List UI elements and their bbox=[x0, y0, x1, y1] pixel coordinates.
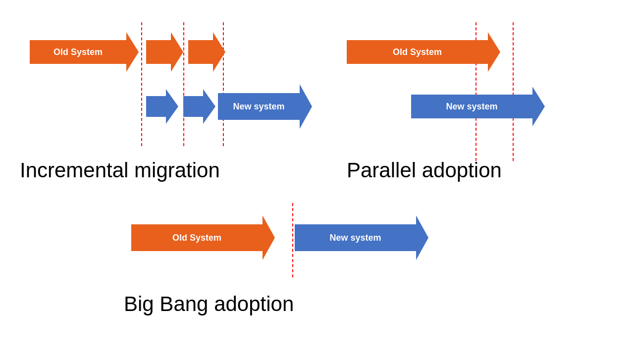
inc-dashed-line-3 bbox=[223, 22, 224, 146]
bigbang-old-system-arrow: Old System bbox=[131, 215, 275, 260]
parallel-new-system-arrow: New system bbox=[411, 87, 545, 126]
par-dashed-line-2 bbox=[513, 22, 514, 161]
bigbang-new-system-arrow: New system bbox=[295, 215, 428, 260]
bb-dashed-line-1 bbox=[292, 203, 293, 277]
incremental-old-system-arrow: Old System bbox=[30, 32, 139, 72]
incremental-small-blue-2 bbox=[183, 89, 215, 124]
parallel-new-system-label: New system bbox=[446, 102, 510, 112]
bigbang-old-system-label: Old System bbox=[172, 233, 234, 243]
parallel-old-system-arrow: Old System bbox=[347, 32, 500, 72]
incremental-small-blue-1 bbox=[146, 89, 178, 124]
diagram-container: Old System New system Incremental migrat… bbox=[0, 0, 634, 364]
incremental-new-system-label: New system bbox=[233, 102, 297, 112]
incremental-old-system-label: Old System bbox=[53, 47, 115, 57]
bigbang-section-title: Big Bang adoption bbox=[124, 292, 294, 316]
incremental-small-orange-1 bbox=[146, 32, 183, 72]
incremental-new-system-arrow: New system bbox=[218, 84, 312, 129]
inc-dashed-line-2 bbox=[183, 22, 184, 146]
parallel-old-system-label: Old System bbox=[393, 47, 454, 57]
parallel-section-title: Parallel adoption bbox=[347, 158, 502, 182]
bigbang-new-system-label: New system bbox=[329, 233, 393, 243]
incremental-small-orange-2 bbox=[188, 32, 225, 72]
incremental-section-title: Incremental migration bbox=[20, 158, 220, 182]
inc-dashed-line-1 bbox=[141, 22, 142, 146]
